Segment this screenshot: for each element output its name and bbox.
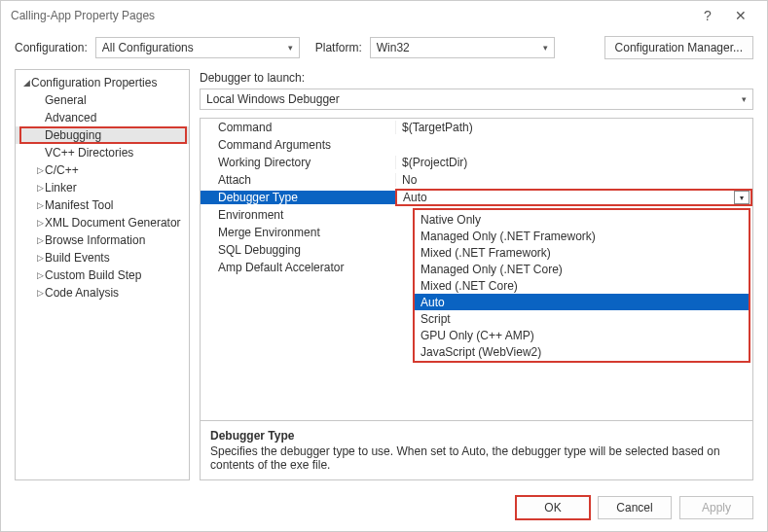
property-name: Working Directory (201, 156, 395, 169)
property-row[interactable]: Debugger TypeAuto▾ (201, 189, 752, 206)
tree-item-debugging[interactable]: Debugging (16, 126, 189, 144)
configuration-manager-button[interactable]: Configuration Manager... (604, 36, 753, 59)
tree-item-label: XML Document Generator (45, 216, 181, 230)
tree-expand-icon[interactable]: ▷ (35, 218, 45, 228)
platform-combo[interactable]: Win32 ▾ (370, 37, 555, 58)
tree-item-linker[interactable]: ▷Linker (16, 179, 189, 196)
close-icon[interactable]: ✕ (724, 8, 757, 23)
tree-item-label: VC++ Directories (45, 146, 133, 160)
body: ◢ Configuration Properties GeneralAdvanc… (1, 69, 767, 490)
cancel-label: Cancel (616, 501, 652, 514)
right-column: Debugger to launch: Local Windows Debugg… (200, 69, 753, 480)
configuration-manager-label: Configuration Manager... (615, 41, 743, 54)
tree-expand-icon[interactable]: ▷ (35, 183, 45, 193)
tree-item-label: Build Events (45, 251, 110, 265)
tree-expand-icon[interactable]: ▷ (35, 200, 45, 210)
tree-expand-icon[interactable]: ▷ (35, 270, 45, 280)
debugger-type-dropdown[interactable]: Native OnlyManaged Only (.NET Framework)… (413, 208, 750, 363)
tree-item-general[interactable]: General (16, 91, 189, 109)
debugger-launch-combo[interactable]: Local Windows Debugger ▾ (200, 89, 753, 110)
tree-item-label: Code Analysis (45, 286, 119, 300)
tree-item-vc-directories[interactable]: VC++ Directories (16, 144, 189, 161)
tree-item-xml-document-generator[interactable]: ▷XML Document Generator (16, 214, 189, 231)
dropdown-option[interactable]: Mixed (.NET Framework) (415, 244, 749, 261)
tree-item-build-events[interactable]: ▷Build Events (16, 249, 189, 266)
platform-label: Platform: (315, 41, 362, 54)
property-value: Auto (397, 191, 734, 204)
dropdown-button[interactable]: ▾ (734, 191, 750, 204)
description-title: Debugger Type (210, 429, 743, 443)
dropdown-option[interactable]: Managed Only (.NET Framework) (415, 228, 749, 244)
property-value[interactable]: No (395, 173, 752, 187)
property-name: Debugger Type (201, 191, 395, 204)
tree-item-label: Manifest Tool (45, 198, 113, 212)
property-value[interactable]: $(TargetPath) (395, 121, 752, 134)
tree-item-label: Linker (45, 181, 77, 195)
property-name: Environment (201, 208, 395, 222)
ok-button[interactable]: OK (516, 496, 590, 519)
property-row[interactable]: AttachNo (201, 171, 752, 189)
property-name: Command Arguments (201, 138, 395, 152)
dropdown-option[interactable]: Script (415, 310, 749, 327)
dropdown-option[interactable]: GPU Only (C++ AMP) (415, 327, 749, 343)
chevron-down-icon: ▾ (543, 43, 548, 53)
description-panel: Debugger Type Specifies the debugger typ… (200, 421, 753, 480)
description-text: Specifies the debugger type to use. When… (210, 444, 743, 472)
window-title: Calling-App Property Pages (11, 9, 691, 22)
property-grid: Command$(TargetPath)Command ArgumentsWor… (200, 118, 753, 421)
platform-value: Win32 (377, 41, 410, 54)
debugger-launch-label: Debugger to launch: (200, 71, 753, 85)
ok-label: OK (544, 501, 561, 514)
property-name: Merge Environment (201, 226, 395, 239)
property-name: Attach (201, 173, 395, 187)
dropdown-option[interactable]: Auto (415, 294, 749, 310)
dropdown-option[interactable]: Managed Only (.NET Core) (415, 261, 749, 277)
tree-item-code-analysis[interactable]: ▷Code Analysis (16, 284, 189, 301)
tree-expand-icon[interactable]: ▷ (35, 165, 45, 175)
property-value[interactable]: $(ProjectDir) (395, 156, 752, 169)
tree-item-label: Custom Build Step (45, 268, 141, 282)
tree-item-label: Debugging (45, 128, 101, 142)
tree-item-manifest-tool[interactable]: ▷Manifest Tool (16, 196, 189, 214)
tree-collapse-icon[interactable]: ◢ (21, 78, 31, 88)
property-value-cell[interactable]: Auto▾ (395, 189, 752, 206)
tree-expand-icon[interactable]: ▷ (35, 288, 45, 298)
help-icon[interactable]: ? (691, 8, 724, 23)
configuration-value: All Configurations (102, 41, 194, 54)
tree-item-label: C/C++ (45, 163, 79, 177)
dialog-footer: OK Cancel Apply (1, 490, 767, 531)
titlebar: Calling-App Property Pages ? ✕ (1, 1, 767, 30)
tree-expand-icon[interactable]: ▷ (35, 253, 45, 263)
chevron-down-icon: ▾ (288, 43, 293, 53)
tree-item-browse-information[interactable]: ▷Browse Information (16, 231, 189, 249)
tree-expand-icon[interactable]: ▷ (35, 235, 45, 245)
cancel-button[interactable]: Cancel (598, 496, 672, 519)
apply-label: Apply (702, 501, 731, 514)
chevron-down-icon: ▾ (742, 94, 747, 104)
tree-root[interactable]: ◢ Configuration Properties (16, 74, 189, 91)
tree-item-label: Advanced (45, 111, 96, 124)
property-row[interactable]: Working Directory$(ProjectDir) (201, 154, 752, 171)
configuration-label: Configuration: (15, 41, 88, 54)
top-toolbar: Configuration: All Configurations ▾ Plat… (1, 30, 767, 69)
property-name: SQL Debugging (201, 243, 395, 257)
apply-button[interactable]: Apply (679, 496, 753, 519)
debugger-launch-value: Local Windows Debugger (206, 92, 340, 106)
tree-item-custom-build-step[interactable]: ▷Custom Build Step (16, 266, 189, 284)
config-tree[interactable]: ◢ Configuration Properties GeneralAdvanc… (15, 69, 190, 480)
tree-item-label: General (45, 93, 87, 107)
tree-root-label: Configuration Properties (31, 76, 157, 89)
property-row[interactable]: Command$(TargetPath) (201, 119, 752, 136)
tree-item-label: Browse Information (45, 233, 145, 247)
configuration-combo[interactable]: All Configurations ▾ (95, 37, 300, 58)
dropdown-option[interactable]: Mixed (.NET Core) (415, 277, 749, 294)
dropdown-option[interactable]: Native Only (415, 211, 749, 228)
dropdown-option[interactable]: JavaScript (WebView2) (415, 343, 749, 360)
property-name: Amp Default Accelerator (201, 261, 395, 274)
property-name: Command (201, 121, 395, 134)
tree-item-advanced[interactable]: Advanced (16, 109, 189, 126)
tree-item-c-c-[interactable]: ▷C/C++ (16, 161, 189, 179)
property-row[interactable]: Command Arguments (201, 136, 752, 154)
